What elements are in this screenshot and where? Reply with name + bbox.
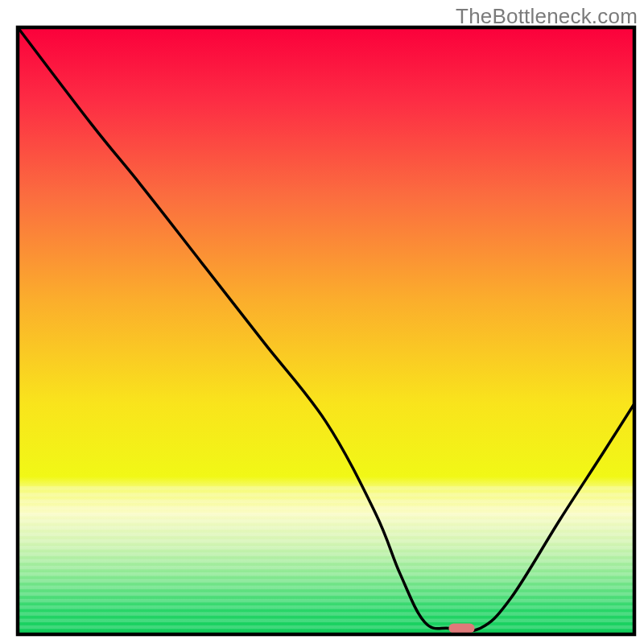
svg-rect-22: [18, 625, 634, 630]
svg-rect-12: [18, 559, 634, 564]
svg-rect-18: [18, 599, 634, 603]
svg-rect-4: [18, 506, 634, 510]
svg-rect-19: [18, 605, 634, 609]
current-config-marker: [448, 623, 474, 633]
svg-rect-15: [18, 579, 634, 583]
svg-rect-5: [18, 513, 634, 517]
bottleneck-chart: [0, 0, 644, 644]
svg-rect-9: [18, 539, 634, 543]
chart-container: TheBottleneck.com: [0, 0, 644, 644]
svg-rect-6: [18, 519, 634, 523]
svg-rect-7: [18, 526, 634, 530]
svg-rect-17: [18, 592, 634, 597]
svg-rect-14: [18, 572, 634, 576]
svg-rect-20: [18, 612, 634, 616]
svg-rect-11: [18, 552, 634, 556]
plot-background: [18, 27, 634, 634]
svg-rect-3: [18, 499, 634, 503]
svg-rect-13: [18, 566, 634, 570]
svg-rect-21: [18, 619, 634, 623]
svg-rect-16: [18, 585, 634, 589]
svg-rect-1: [18, 486, 634, 490]
svg-rect-2: [18, 493, 634, 497]
svg-rect-8: [18, 533, 634, 537]
